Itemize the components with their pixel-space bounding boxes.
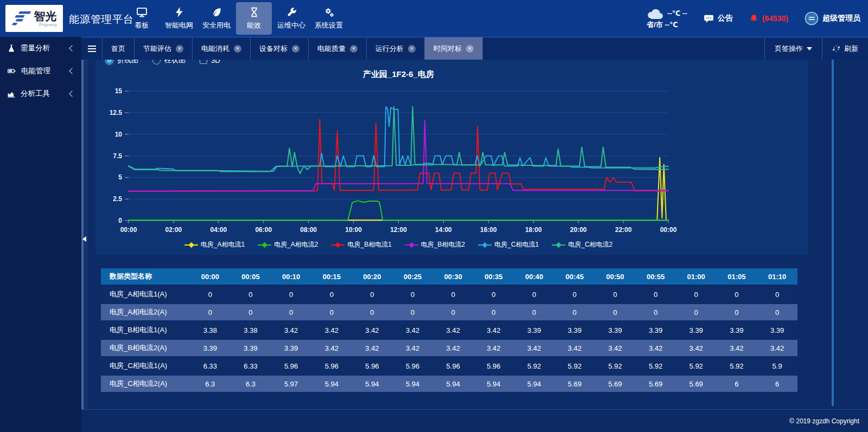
sidebar-collapse-handle[interactable] xyxy=(82,233,88,245)
table-cell: 3.39 xyxy=(595,322,636,338)
table-header-cell: 00:30 xyxy=(433,268,474,285)
nav-item-system-settings[interactable]: 系统设置 xyxy=(311,2,347,35)
legend-item[interactable]: 电房_B相电流1 xyxy=(331,240,391,249)
sidebar-item-demand-analysis[interactable]: 需量分析 xyxy=(0,37,81,60)
svg-text:14:00: 14:00 xyxy=(435,226,452,234)
sidebar-item-analysis-tools[interactable]: 分析工具 xyxy=(0,82,81,105)
table-cell: 0 xyxy=(352,286,393,302)
table-cell: 0 xyxy=(514,304,554,320)
user-menu[interactable]: 超级管理员 xyxy=(805,11,860,25)
tab-energy-consumption[interactable]: 电能消耗 xyxy=(193,37,251,60)
table-cell: 0 xyxy=(433,286,474,302)
control-threed[interactable]: 3D xyxy=(200,60,220,65)
tab-label: 时间对标 xyxy=(433,44,462,54)
table-row: 电房_B相电流2(A)3.393.393.393.423.423.423.423… xyxy=(101,340,797,356)
tab-label: 设备对标 xyxy=(259,44,288,54)
close-icon[interactable] xyxy=(408,45,416,53)
tab-time-benchmark[interactable]: 时间对标 xyxy=(425,37,483,60)
legend-label: 电房_A相电流2 xyxy=(274,240,318,249)
table-cell: 0 xyxy=(757,304,797,320)
tab-label: 运行分析 xyxy=(375,44,404,54)
sidebar-item-label: 需量分析 xyxy=(21,43,50,53)
control-line-chart[interactable]: 折线图 xyxy=(105,60,138,65)
table-cell: 5.94 xyxy=(311,376,352,392)
table-cell: 0 xyxy=(352,304,393,320)
menu-toggle-button[interactable] xyxy=(81,37,103,60)
table-cell: 5.92 xyxy=(717,358,757,374)
close-icon[interactable] xyxy=(350,45,358,53)
legend-item[interactable]: 电房_C相电流2 xyxy=(552,240,612,249)
table-cell: 6.33 xyxy=(231,358,271,374)
tab-device-benchmark[interactable]: 设备对标 xyxy=(251,37,309,60)
chart-title: 产业园_1F2-6_电房 xyxy=(129,69,668,80)
sidebar: 需量分析电能管理分析工具 xyxy=(0,37,81,432)
content-vscrollbar[interactable] xyxy=(832,60,834,406)
checkbox-threed[interactable] xyxy=(200,60,207,64)
table-header-cell: 00:10 xyxy=(271,268,311,285)
radio-bar-chart[interactable] xyxy=(152,60,161,65)
table-cell: 0 xyxy=(554,304,595,320)
main-content: 折线图柱状图3D 产业园_1F2-6_电房 02.557.51012.51500… xyxy=(81,60,868,409)
close-icon[interactable] xyxy=(176,45,183,53)
header-nav: 看板智能电网安全用电能效运维中心系统设置 xyxy=(124,0,347,37)
tab-operations-button[interactable]: 页签操作 xyxy=(764,37,822,60)
username: 超级管理员 xyxy=(822,14,860,23)
table-cell: 6.3 xyxy=(190,376,231,392)
header-right: --℃ -- 省/市 --℃ 公告 (64530) 超级管理员 xyxy=(647,0,860,37)
table-cell: 6 xyxy=(717,376,757,392)
table-row: 电房_C相电流2(A)6.36.35.975.945.945.945.945.9… xyxy=(101,376,797,392)
svg-text:08:00: 08:00 xyxy=(300,226,317,234)
flask-icon xyxy=(7,44,16,53)
tab-list: 首页节能评估电能消耗设备对标电能质量运行分析时间对标 xyxy=(103,37,483,60)
close-icon[interactable] xyxy=(292,45,299,53)
table-cell: 0 xyxy=(676,304,717,320)
svg-text:12.5: 12.5 xyxy=(110,109,123,117)
table-header-cell: 00:05 xyxy=(231,268,271,285)
announcement-button[interactable]: 公告 xyxy=(704,14,733,24)
legend-marker-icon xyxy=(478,242,492,248)
sidebar-item-energy-management[interactable]: 电能管理 xyxy=(0,60,81,82)
svg-text:7.5: 7.5 xyxy=(113,152,122,160)
logo[interactable]: 智光 Zhiguang xyxy=(5,5,63,32)
close-icon[interactable] xyxy=(234,45,241,53)
alarm-button[interactable]: (64530) xyxy=(749,14,788,23)
table-cell: 3.42 xyxy=(433,322,474,338)
table-cell: 0 xyxy=(311,304,352,320)
table-header-cell: 00:35 xyxy=(474,268,514,285)
radio-line-chart[interactable] xyxy=(105,60,113,65)
nav-item-smart-grid[interactable]: 智能电网 xyxy=(161,2,197,35)
table-cell: 0 xyxy=(676,286,717,302)
nav-item-energy-efficiency[interactable]: 能效 xyxy=(236,2,272,35)
legend-item[interactable]: 电房_A相电流2 xyxy=(258,240,318,249)
cloud-icon xyxy=(647,8,665,20)
table-cell: 0 xyxy=(474,286,514,302)
tab-actions: 页签操作 刷新 xyxy=(764,37,868,60)
tab-operation-analysis[interactable]: 运行分析 xyxy=(367,37,425,60)
gears-icon xyxy=(323,7,335,18)
speech-bubble-icon xyxy=(704,14,714,24)
row-name-cell: 电房_B相电流1(A) xyxy=(101,322,190,338)
tab-energy-eval[interactable]: 节能评估 xyxy=(135,37,193,60)
legend-item[interactable]: 电房_B相电流2 xyxy=(405,240,465,249)
chevron-left-icon xyxy=(69,45,75,51)
nav-item-ops-center[interactable]: 运维中心 xyxy=(273,2,309,35)
logo-stripes-icon xyxy=(12,10,31,27)
legend-item[interactable]: 电房_A相电流1 xyxy=(184,240,245,249)
tab-home[interactable]: 首页 xyxy=(103,37,135,60)
refresh-label: 刷新 xyxy=(844,44,858,54)
svg-text:2.5: 2.5 xyxy=(113,195,122,203)
nav-item-kanban[interactable]: 看板 xyxy=(124,2,159,35)
control-bar-chart[interactable]: 柱状图 xyxy=(152,60,186,65)
table-cell: 3.42 xyxy=(392,340,433,356)
close-icon[interactable] xyxy=(466,45,474,53)
refresh-button[interactable]: 刷新 xyxy=(822,37,868,60)
table-cell: 5.96 xyxy=(352,358,393,374)
legend-label: 电房_B相电流1 xyxy=(347,240,391,249)
svg-text:18:00: 18:00 xyxy=(525,226,542,234)
table-cell: 3.42 xyxy=(474,340,514,356)
nav-item-safe-power[interactable]: 安全用电 xyxy=(199,2,234,35)
chart-legend: 电房_A相电流1电房_A相电流2电房_B相电流1电房_B相电流2电房_C相电流1… xyxy=(129,240,668,249)
tab-power-quality[interactable]: 电能质量 xyxy=(309,37,367,60)
table-cell: 3.42 xyxy=(554,340,595,356)
legend-item[interactable]: 电房_C相电流1 xyxy=(478,240,539,249)
